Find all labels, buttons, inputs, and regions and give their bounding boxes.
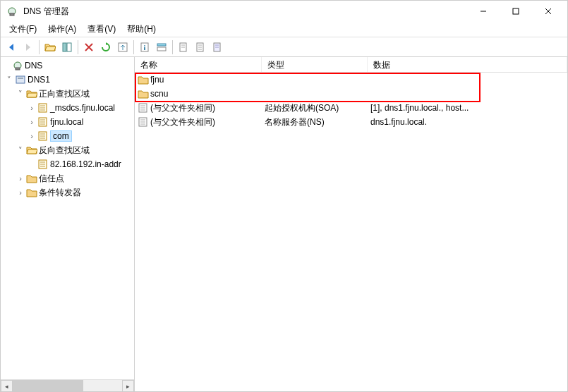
column-header-name[interactable]: 名称 [135, 57, 262, 72]
tree-label: 正向查找区域 [39, 88, 90, 100]
record-icon [138, 116, 149, 128]
list-item[interactable]: fjnu [135, 73, 567, 87]
zone-file-icon [37, 159, 49, 170]
new-domain-button[interactable] [193, 39, 208, 55]
cell-data: [1], dns1.fjnu.local., host... [368, 103, 567, 113]
filter-button[interactable] [154, 39, 169, 55]
list-body: fjnu scnu (与父文件夹相同) 起始授权机构(SOA) [135, 73, 567, 391]
expand-toggle[interactable]: ˅ [15, 146, 26, 155]
app-icon [6, 6, 18, 17]
delete-button[interactable] [81, 39, 97, 55]
tree-label: 信任点 [39, 173, 64, 185]
tree-label-selected: com [50, 130, 72, 142]
back-button[interactable] [4, 39, 19, 55]
export-button[interactable] [115, 39, 131, 55]
tree-zone-com[interactable]: › com [1, 129, 134, 143]
cell-name: (与父文件夹相同) [150, 116, 215, 128]
zone-file-icon [37, 130, 49, 142]
list-header: 名称 类型 数据 [135, 57, 567, 73]
tree-reverse-zones[interactable]: ˅ 反向查找区域 [1, 143, 134, 157]
minimize-button[interactable] [467, 1, 500, 22]
tree-forward-zones[interactable]: ˅ 正向查找区域 [1, 87, 134, 101]
cell-type: 名称服务器(NS) [262, 116, 368, 128]
menu-help[interactable]: 帮助(H) [121, 22, 162, 37]
tree-zone-msdcs[interactable]: › _msdcs.fjnu.local [1, 101, 134, 115]
show-hide-tree-button[interactable] [59, 39, 75, 55]
tree-label: _msdcs.fjnu.local [50, 103, 115, 113]
folder-icon [138, 88, 149, 99]
menu-view[interactable]: 查看(V) [82, 22, 121, 37]
maximize-button[interactable] [500, 1, 532, 22]
new-delegation-button[interactable] [210, 39, 225, 55]
tree-label: DNS1 [28, 75, 50, 85]
server-icon [15, 74, 26, 85]
tree-pane: DNS ˅ DNS1 ˅ 正向查找区域 › _msdcs.fjnu.local … [1, 57, 135, 391]
tree-zone-fjnu[interactable]: › fjnu.local [1, 115, 134, 129]
list-pane: 名称 类型 数据 fjnu scnu [135, 57, 567, 391]
forward-button[interactable] [20, 39, 36, 55]
tree-label: 反向查找区域 [39, 145, 90, 157]
title-bar: DNS 管理器 [1, 1, 567, 22]
cell-name: fjnu [150, 75, 164, 85]
tree-trust-points[interactable]: › 信任点 [1, 171, 134, 185]
menu-file[interactable]: 文件(F) [4, 22, 42, 37]
folder-icon [138, 74, 149, 85]
column-header-data[interactable]: 数据 [368, 57, 567, 72]
new-record-button[interactable] [176, 39, 191, 55]
expand-toggle[interactable]: ˅ [4, 75, 15, 85]
svg-rect-17 [67, 43, 71, 51]
cell-name: (与父文件夹相同) [150, 102, 215, 114]
expand-toggle[interactable]: ˅ [15, 90, 26, 99]
folder-open-icon [26, 145, 37, 156]
expand-toggle[interactable]: › [15, 188, 26, 197]
record-icon [138, 102, 149, 114]
list-item[interactable]: scnu [135, 87, 567, 101]
tree-zone-reverse1[interactable]: 82.168.192.in-addr [1, 157, 134, 171]
folder-icon [26, 173, 37, 184]
zone-file-icon [37, 116, 49, 128]
svg-rect-24 [157, 44, 166, 46]
tree-conditional-forwarders[interactable]: › 条件转发器 [1, 185, 134, 200]
toolbar [1, 37, 567, 57]
tree-horizontal-scrollbar[interactable]: ◂ ▸ [1, 379, 134, 391]
expand-toggle[interactable]: › [26, 132, 37, 140]
column-header-type[interactable]: 类型 [262, 57, 368, 72]
scroll-thumb[interactable] [13, 380, 83, 391]
scroll-left-arrow[interactable]: ◂ [1, 380, 13, 391]
expand-toggle[interactable]: › [26, 118, 37, 126]
cell-name: scnu [150, 89, 168, 99]
dns-icon [12, 60, 23, 71]
list-item[interactable]: (与父文件夹相同) 起始授权机构(SOA) [1], dns1.fjnu.loc… [135, 101, 567, 115]
properties-button[interactable] [137, 39, 152, 55]
cell-type: 起始授权机构(SOA) [262, 102, 368, 114]
svg-rect-16 [63, 43, 66, 51]
close-button[interactable] [532, 1, 564, 22]
tree-label: DNS [25, 61, 42, 71]
cell-data: dns1.fjnu.local. [368, 117, 567, 127]
zone-file-icon [37, 102, 49, 114]
folder-open-icon [26, 88, 37, 99]
scroll-right-arrow[interactable]: ▸ [122, 380, 134, 391]
tree-server[interactable]: ˅ DNS1 [1, 73, 134, 87]
svg-point-22 [144, 45, 145, 47]
folder-icon [26, 187, 37, 198]
menu-action[interactable]: 操作(A) [42, 22, 82, 37]
refresh-button[interactable] [98, 39, 114, 55]
expand-toggle[interactable]: › [26, 104, 37, 112]
list-item[interactable]: (与父文件夹相同) 名称服务器(NS) dns1.fjnu.local. [135, 115, 567, 129]
tree-label: 条件转发器 [39, 187, 81, 199]
tree-label: fjnu.local [50, 117, 83, 127]
tree-label: 82.168.192.in-addr [50, 159, 121, 169]
svg-rect-13 [513, 8, 519, 14]
svg-rect-25 [157, 47, 166, 51]
menu-bar: 文件(F) 操作(A) 查看(V) 帮助(H) [1, 22, 567, 37]
window-title: DNS 管理器 [23, 6, 69, 18]
expand-toggle[interactable]: › [15, 174, 26, 183]
up-button[interactable] [42, 39, 58, 55]
tree-root-dns[interactable]: DNS [1, 59, 134, 73]
